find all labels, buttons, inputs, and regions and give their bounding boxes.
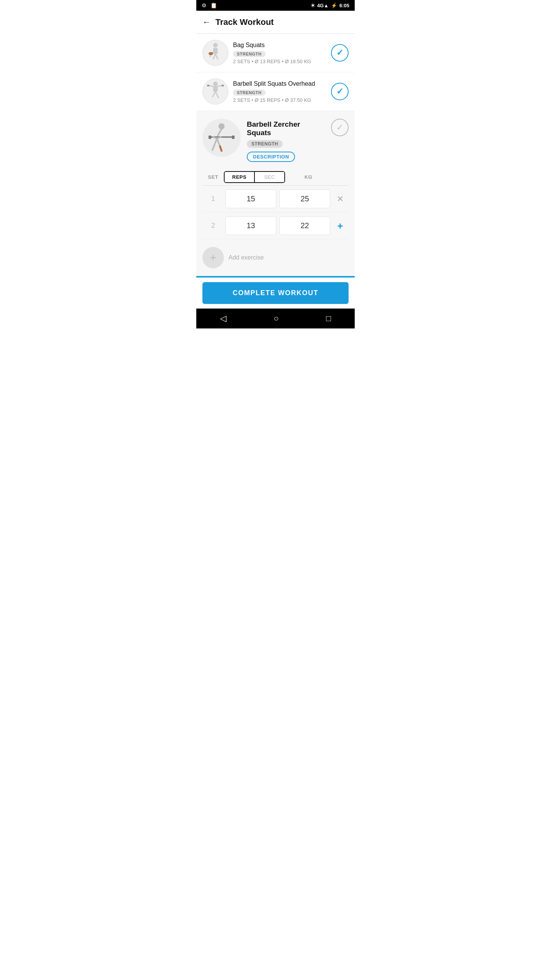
active-checkmark: ✓: [336, 122, 343, 132]
header: ← Track Workout: [196, 11, 355, 34]
svg-rect-17: [209, 136, 211, 139]
exercise-stats-barbell-split: 2 SETS • Ø 15 REPS • Ø 37.50 KG: [233, 97, 326, 103]
svg-point-7: [213, 82, 218, 86]
exercise-name-bag-squats: Bag Squats: [233, 42, 326, 49]
reps-sec-toggle[interactable]: REPS SEC: [224, 171, 285, 183]
page-title: Track Workout: [215, 17, 274, 27]
reps-input-2[interactable]: [225, 216, 276, 235]
set-row-2: 2 +: [202, 212, 349, 239]
status-right-icons: ✶ 4G▲ ⚡ 6:05: [311, 3, 349, 8]
exercise-badge-bag-squats: STRENGTH: [233, 51, 266, 57]
active-exercise-badge: STRENGTH: [247, 140, 283, 148]
nav-home-button[interactable]: ○: [266, 310, 286, 327]
svg-point-15: [218, 123, 225, 129]
checkmark-bag-squats: ✓: [336, 48, 343, 58]
svg-line-24: [220, 146, 222, 151]
set-table-header: SET REPS SEC KG: [202, 168, 349, 186]
exercise-info-bag-squats: Bag Squats STRENGTH 2 SETS • Ø 13 REPS •…: [233, 42, 326, 64]
svg-rect-11: [207, 85, 209, 87]
add-plus-icon: +: [210, 252, 216, 264]
svg-point-6: [209, 52, 213, 55]
kg-field-2[interactable]: [279, 216, 330, 235]
svg-line-22: [217, 139, 220, 146]
kg-field-1[interactable]: [279, 189, 330, 208]
status-left-icons: ⚙ 📋: [202, 2, 217, 8]
check-circle-barbell-split[interactable]: ✓: [331, 83, 349, 100]
settings-icon: ⚙: [202, 2, 207, 8]
col-set-header: SET: [202, 174, 224, 180]
nav-recent-button[interactable]: □: [318, 310, 339, 327]
reps-field-1[interactable]: [225, 189, 276, 208]
complete-workout-button[interactable]: COMPLETE WORKOUT: [202, 282, 349, 304]
add-exercise-label[interactable]: Add exercise: [228, 254, 264, 261]
svg-rect-12: [222, 85, 224, 87]
clipboard-icon: 📋: [210, 2, 217, 8]
exercise-item-barbell-split: Barbell Split Squats Overhead STRENGTH 2…: [196, 72, 355, 111]
time-display: 6:05: [339, 3, 349, 8]
complete-btn-wrapper: COMPLETE WORKOUT: [196, 278, 355, 309]
exercise-stats-bag-squats: 2 SETS • Ø 13 REPS • Ø 18.50 KG: [233, 59, 326, 64]
svg-line-23: [212, 146, 214, 150]
reps-toggle-reps[interactable]: REPS: [225, 172, 254, 182]
check-circle-bag-squats[interactable]: ✓: [331, 44, 349, 62]
back-button[interactable]: ←: [202, 16, 215, 29]
kg-input-1[interactable]: [279, 189, 330, 208]
add-set-button[interactable]: +: [332, 221, 349, 231]
svg-line-14: [215, 92, 218, 98]
set-row-1: 1 ✕: [202, 186, 349, 212]
signal-4g-icon: 4G▲: [317, 3, 329, 8]
set-number-1: 1: [202, 195, 224, 203]
status-bar: ⚙ 📋 ✶ 4G▲ ⚡ 6:05: [196, 0, 355, 11]
add-exercise-avatar: +: [202, 247, 224, 268]
kg-input-2[interactable]: [279, 216, 330, 235]
svg-line-21: [214, 139, 217, 146]
nav-bar: ◁ ○ □: [196, 309, 355, 328]
description-button[interactable]: DESCRIPTION: [247, 152, 295, 162]
col-reps-header: REPS SEC: [224, 171, 285, 183]
svg-rect-18: [232, 136, 235, 139]
reps-field-2[interactable]: [225, 216, 276, 235]
set-table: SET REPS SEC KG 1 ✕ 2: [202, 168, 349, 239]
exercise-item-bag-squats: Bag Squats STRENGTH 2 SETS • Ø 13 REPS •…: [196, 34, 355, 72]
svg-line-13: [212, 92, 215, 97]
exercise-info-barbell-split: Barbell Split Squats Overhead STRENGTH 2…: [233, 80, 326, 103]
battery-icon: ⚡: [331, 3, 337, 8]
col-kg-header: KG: [285, 174, 332, 180]
exercise-badge-barbell-split: STRENGTH: [233, 90, 266, 96]
active-exercise-header: Barbell Zercher Squats STRENGTH DESCRIPT…: [202, 119, 349, 162]
svg-line-5: [215, 54, 218, 59]
add-exercise-row[interactable]: + Add exercise: [196, 239, 355, 278]
checkmark-barbell-split: ✓: [336, 87, 343, 96]
svg-point-0: [213, 43, 218, 47]
svg-line-4: [213, 54, 215, 59]
exercise-avatar-bag-squats: [202, 40, 228, 66]
reps-input-1[interactable]: [225, 189, 276, 208]
active-exercise-section: Barbell Zercher Squats STRENGTH DESCRIPT…: [196, 111, 355, 239]
active-exercise-name: Barbell Zercher Squats: [247, 120, 325, 137]
remove-set-1[interactable]: ✕: [332, 195, 349, 203]
exercise-avatar-barbell-split: [202, 78, 228, 105]
exercise-name-barbell-split: Barbell Split Squats Overhead: [233, 80, 326, 87]
active-check-circle[interactable]: ✓: [331, 119, 349, 136]
active-exercise-avatar: [202, 119, 241, 157]
active-exercise-info: Barbell Zercher Squats STRENGTH DESCRIPT…: [247, 119, 325, 162]
reps-toggle-sec[interactable]: SEC: [254, 172, 284, 182]
nav-back-button[interactable]: ◁: [212, 310, 234, 327]
set-number-2: 2: [202, 222, 224, 230]
bluetooth-icon: ✶: [311, 3, 315, 8]
